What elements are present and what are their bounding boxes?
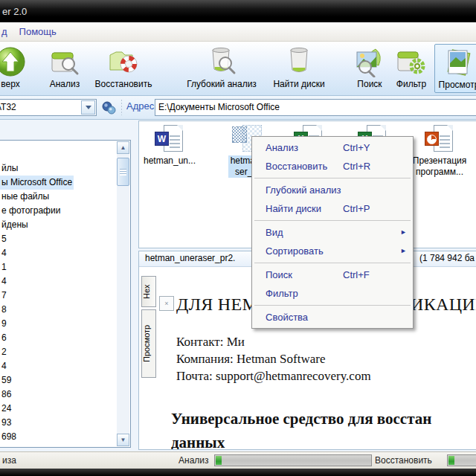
drive-combo[interactable]: AT32 [0, 99, 97, 116]
recover-progress-fill [448, 456, 454, 465]
toolbar-button-preview[interactable]: Просмотр [434, 44, 476, 93]
mount-disks-button[interactable] [100, 98, 119, 117]
scrollbar-grip [120, 169, 126, 176]
tree-item[interactable]: йлы [0, 161, 117, 176]
document-subtitle-line1: Универсальное средство для восстан [171, 410, 431, 428]
filter-icon [390, 44, 433, 79]
window-title: er 2.0 [2, 6, 27, 17]
toolbar-button-label: Просмотр [435, 80, 476, 91]
recover-progressbar [447, 454, 476, 466]
file-item-presentation[interactable]: Презентация программ... [404, 123, 475, 178]
status-text: иза [2, 455, 16, 466]
toolbar-button-filter[interactable]: Фильтр [390, 44, 433, 93]
address-bar-row: AT32 Адрес E:\Документы Microsoft Office [0, 96, 476, 120]
menu-separator [254, 305, 411, 306]
tree-item[interactable]: 4 [0, 246, 117, 260]
toolbar-separator [121, 100, 122, 115]
tree-item[interactable]: ные файлы [0, 190, 117, 204]
toolbar-button-label: Глубокий анализ [178, 79, 265, 90]
toolbar-button-label: Восстановить [88, 79, 159, 90]
analyze-progress-fill [216, 456, 222, 465]
scrollbar-thumb[interactable] [117, 158, 129, 186]
tree-item[interactable]: 8 [0, 303, 117, 317]
toolbar-button-analyze[interactable]: Анализ [42, 44, 88, 93]
submenu-arrow-icon: ► [400, 242, 407, 260]
title-bar[interactable]: er 2.0 [0, 0, 476, 22]
document-company-line: Компания: Hetman Software [176, 352, 326, 367]
file-name: hetman_un... [141, 155, 198, 167]
spheres-icon [101, 100, 118, 116]
powerpoint-file-icon [404, 123, 475, 153]
address-input[interactable]: E:\Документы Microsoft Office [155, 99, 476, 116]
menu-separator [254, 178, 411, 178]
scroll-down-button[interactable]: ▼ [117, 434, 129, 446]
recover-icon [88, 44, 159, 79]
file-item-word[interactable]: W hetman_un... [134, 123, 205, 167]
address-path-text: E:\Документы Microsoft Office [158, 102, 280, 112]
deep-scan-icon [178, 44, 265, 79]
toolbar-button-label: Фильтр [390, 79, 433, 90]
menu-separator [254, 263, 411, 263]
scroll-up-button[interactable]: ▲ [117, 141, 129, 154]
drive-combo-dropdown-button[interactable] [81, 100, 95, 115]
tree-item[interactable]: 5 [0, 232, 117, 246]
analyze-icon [42, 44, 88, 79]
toolbar-button-label: Поиск [350, 79, 390, 90]
menu-separator [254, 220, 411, 221]
tree-item[interactable]: 24 [0, 402, 117, 416]
toolbar-button-find-disks[interactable]: Найти диски [265, 44, 333, 93]
menu-item-recover[interactable]: ВосстановитьCtrl+R [252, 157, 413, 176]
tree-scrollbar[interactable]: ▲ ▼ [117, 141, 129, 446]
search-icon [350, 44, 390, 79]
document-contact-line: Контакт: Ми [176, 335, 245, 350]
toolbar-button-search[interactable]: Поиск [350, 44, 390, 93]
analyze-progressbar [214, 454, 372, 466]
analyze-progress-label: Анализ [178, 455, 209, 466]
toolbar-button-deep-scan[interactable]: Глубокий анализ [178, 44, 265, 93]
tree-item[interactable]: 6 [0, 331, 117, 345]
tree-item[interactable]: 4 [0, 274, 117, 289]
menu-item-analyze[interactable]: АнализCtrl+Y [252, 138, 413, 157]
menu-item-sort[interactable]: Сортировать► [252, 242, 413, 260]
app-window: er 2.0 д Помощь верх [0, 0, 476, 476]
folder-tree-panel: йлы ы Microsoft Office ные файлы е фотог… [0, 140, 131, 448]
address-label: Адрес [126, 100, 154, 112]
tree-item[interactable]: 1 [0, 260, 117, 274]
find-disks-icon [265, 44, 333, 79]
menu-item-filter[interactable]: Фильтр [252, 284, 413, 303]
toolbar-button-label: Анализ [42, 79, 88, 90]
toolbar: верх Анализ Во [0, 42, 476, 96]
tree-item[interactable]: 9 [0, 317, 117, 331]
menubar-item-view[interactable]: д [0, 22, 13, 41]
menubar-item-help[interactable]: Помощь [13, 22, 62, 41]
tree-item[interactable]: 698 [0, 430, 117, 444]
toolbar-button-up[interactable]: верх [0, 44, 39, 93]
drive-combo-value: AT32 [0, 102, 16, 112]
preview-filesize: (1 784 942 ба [419, 251, 475, 266]
menu-item-find-disks[interactable]: Найти дискиCtrl+P [252, 199, 413, 218]
context-menu: АнализCtrl+Y ВосстановитьCtrl+R Глубокий… [251, 136, 414, 329]
folder-tree-list: йлы ы Microsoft Office ные файлы е фотог… [0, 161, 117, 444]
status-bar: иза Анализ Восстановить [0, 451, 476, 469]
toolbar-button-label: верх [0, 79, 39, 90]
menu-bar: д Помощь [0, 22, 476, 42]
tree-item[interactable]: 2 [0, 345, 117, 359]
tree-item[interactable]: 59 [0, 373, 117, 387]
tree-item[interactable]: йдены [0, 218, 117, 232]
tree-item[interactable]: 4 [0, 359, 117, 373]
submenu-arrow-icon: ► [400, 223, 407, 242]
tree-item[interactable]: 93 [0, 416, 117, 430]
menu-item-properties[interactable]: Свойства [252, 308, 413, 327]
menu-item-search[interactable]: ПоискCtrl+F [252, 266, 413, 284]
tree-item[interactable]: 86 [0, 387, 117, 402]
bottom-edge-strip [0, 469, 476, 476]
tree-item-selected[interactable]: ы Microsoft Office [0, 176, 117, 190]
recover-progress-label: Восстановить [375, 455, 432, 466]
menu-item-deep-scan[interactable]: Глубокий анализ [252, 181, 413, 199]
tree-item[interactable]: 7 [0, 289, 117, 303]
tree-item[interactable]: е фотографии [0, 204, 117, 218]
document-email-line: Почта: support@hetmanrecovery.com [176, 369, 371, 384]
toolbar-button-label: Найти диски [265, 79, 333, 90]
toolbar-button-recover[interactable]: Восстановить [88, 44, 159, 93]
menu-item-view[interactable]: Вид► [252, 223, 413, 242]
